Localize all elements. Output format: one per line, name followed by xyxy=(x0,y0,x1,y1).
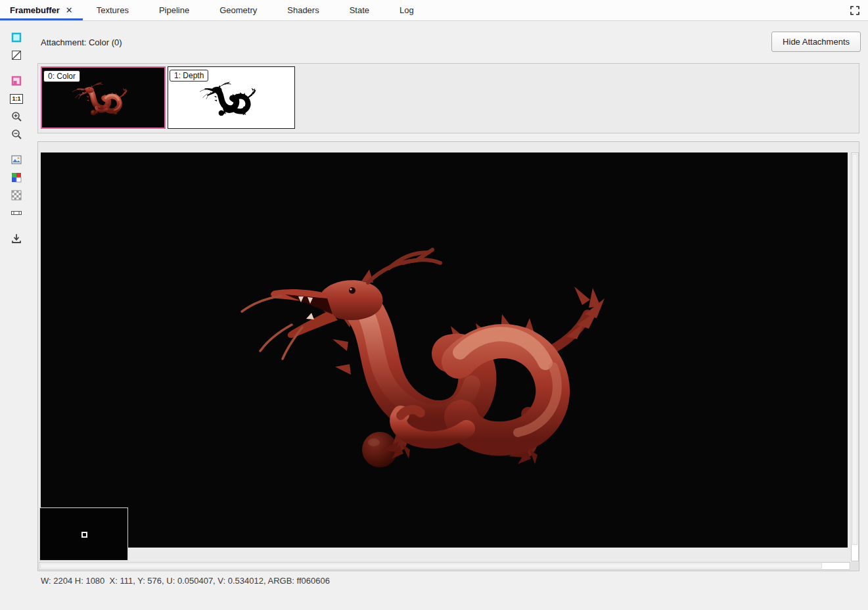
disable-alpha-button[interactable] xyxy=(7,47,26,64)
rgba-channels-button[interactable] xyxy=(7,169,26,186)
attachment-label: Attachment: Color (0) xyxy=(41,37,122,47)
fit-image-button[interactable] xyxy=(7,151,26,168)
vertical-scrollbar[interactable] xyxy=(851,152,859,561)
zoom-in-button[interactable] xyxy=(7,108,26,125)
texture-toolbar: 1:1 xyxy=(0,21,33,248)
checkerboard-background-button[interactable] xyxy=(7,187,26,204)
attachment-thumbnail-depth[interactable]: 1: Depth xyxy=(168,66,295,129)
tab-label: Geometry xyxy=(219,5,257,15)
close-tab-icon[interactable]: ✕ xyxy=(66,6,73,14)
checkerboard-icon xyxy=(11,189,22,201)
tab-pipeline[interactable]: Pipeline xyxy=(149,0,199,20)
tab-textures[interactable]: Textures xyxy=(87,0,139,20)
attachment-badge: 0: Color xyxy=(43,70,80,82)
zoom-out-button[interactable] xyxy=(7,126,26,143)
attachments-strip: 0: Color 1: Depth xyxy=(37,63,859,133)
tab-framebuffer[interactable]: Framebuffer ✕ xyxy=(0,0,83,20)
fullscreen-icon xyxy=(850,5,860,16)
tab-label: Pipeline xyxy=(159,5,189,15)
horizontal-scrollbar-thumb[interactable] xyxy=(40,563,822,569)
rgba-channels-icon xyxy=(11,172,22,183)
pixel-status-bar: W: 2204 H: 1080 X: 111, Y: 576, U: 0.050… xyxy=(41,576,330,586)
tab-label: Textures xyxy=(97,5,129,15)
tab-label: Shaders xyxy=(287,5,319,15)
horizontal-scrollbar[interactable] xyxy=(39,562,850,570)
framebuffer-canvas[interactable] xyxy=(41,152,848,548)
save-button[interactable] xyxy=(7,230,26,247)
tab-label: Framebuffer xyxy=(10,5,60,15)
tab-label: Log xyxy=(400,5,414,15)
tab-geometry[interactable]: Geometry xyxy=(210,0,267,20)
tab-bar: Framebuffer ✕ Textures Pipeline Geometry… xyxy=(0,0,868,21)
fullscreen-button[interactable] xyxy=(846,2,863,19)
attachment-badge: 1: Depth xyxy=(170,70,208,82)
hide-attachments-button[interactable]: Hide Attachments xyxy=(771,32,861,52)
save-icon xyxy=(11,233,22,245)
framebuffer-preview-panel xyxy=(37,141,859,571)
range-bar-icon xyxy=(11,207,22,219)
actual-size-icon: 1:1 xyxy=(10,94,22,104)
tab-state[interactable]: State xyxy=(340,0,379,20)
picture-in-picture-context xyxy=(39,507,128,561)
actual-size-button[interactable]: 1:1 xyxy=(7,90,26,107)
tab-log[interactable]: Log xyxy=(390,0,424,20)
range-bar-button[interactable] xyxy=(7,204,26,222)
fit-image-icon xyxy=(11,154,22,166)
disable-alpha-icon xyxy=(11,49,22,61)
tab-label: State xyxy=(350,5,369,15)
dragon-render xyxy=(41,152,848,548)
zoom-in-icon xyxy=(11,110,22,122)
background-color-icon xyxy=(11,32,22,43)
background-color-button[interactable] xyxy=(7,29,26,46)
overlay-color-icon xyxy=(11,75,22,87)
vertical-scrollbar-thumb[interactable] xyxy=(852,154,857,545)
zoom-region-marker xyxy=(81,532,87,538)
overlay-color-button[interactable] xyxy=(7,72,26,89)
attachment-thumbnail-color[interactable]: 0: Color xyxy=(41,66,166,129)
tab-shaders[interactable]: Shaders xyxy=(277,0,329,20)
scrollbar-corner xyxy=(851,562,859,570)
zoom-out-icon xyxy=(11,128,22,140)
